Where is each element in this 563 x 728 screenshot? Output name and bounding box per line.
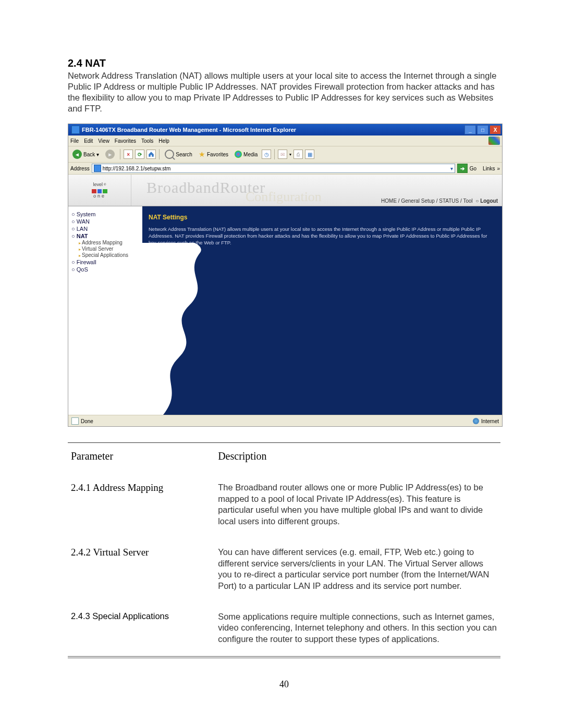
home-icon [148,151,154,157]
panel-heading: NAT Settings [149,214,496,221]
wave-decoration [142,243,226,415]
search-icon [165,150,174,159]
col-description: Description [216,447,499,465]
mail-button[interactable]: ✉ [278,150,287,159]
search-label: Search [176,152,192,157]
window-title: FBR-1406TX Broadband Router Web Manageme… [82,127,463,133]
panel-body-text: Network Address Translation (NAT) allows… [149,226,496,246]
media-button[interactable]: Media [232,150,260,159]
address-input[interactable]: http://192.168.2.1/setupw.stm ▾ [92,164,455,173]
toolbar-separator [159,149,160,159]
window-titlebar: FBR-1406TX Broadband Router Web Manageme… [68,124,502,135]
back-arrow-icon: ◄ [72,150,82,159]
done-icon [71,417,79,425]
menu-view[interactable]: View [98,138,109,144]
media-icon [235,151,242,158]
ie-window: FBR-1406TX Broadband Router Web Manageme… [68,124,503,427]
sidebar-item-wan[interactable]: ○ WAN [71,218,139,225]
nav-tool[interactable]: Tool [463,198,472,204]
menu-tools[interactable]: Tools [141,138,153,144]
menu-help[interactable]: Help [158,138,169,144]
logo-bottom-text: one [93,193,106,199]
router-subtitle: Configuration [246,189,322,205]
brand-logo: level® one [68,175,131,206]
sidebar-sub-virtual-server[interactable]: ▸Virtual Server [71,246,139,252]
main-panel: NAT Settings Network Address Translation… [142,206,502,415]
sidebar-sub-special-apps[interactable]: ▸Special Applications [71,252,139,258]
links-label[interactable]: Links [483,166,495,171]
internet-zone-icon [473,418,479,424]
forward-arrow-icon: ► [105,150,115,159]
menu-edit[interactable]: Edit [84,138,93,144]
print-button[interactable]: ⎙ [293,150,303,159]
go-button[interactable]: ➔ [457,164,468,173]
status-bar: Done Internet [68,415,502,427]
nav-general-setup[interactable]: General Setup [401,198,435,204]
col-parameter: Parameter [69,447,215,465]
favorites-button[interactable]: ★ Favorites [197,149,230,159]
nav-status[interactable]: STATUS [439,198,459,204]
sidebar-item-firewall[interactable]: ○ Firewall [71,258,139,266]
section-intro: Network Address Translation (NAT) allows… [68,70,500,114]
sidebar-item-system[interactable]: ○ System [71,211,139,218]
section-heading: 2.4 NAT [68,57,500,69]
sidebar: ○ System ○ WAN ○ LAN ○ NAT ▸Address Mapp… [68,206,142,415]
edit-button[interactable]: ▦ [305,150,314,159]
row-param-virtual-server: 2.4.2 Virtual Server [69,544,215,595]
search-button[interactable]: Search [163,149,194,160]
row-desc-special-apps: Some applications require multiple conne… [216,608,499,648]
maximize-button[interactable]: □ [477,125,488,134]
menubar: File Edit View Favorites Tools Help [68,135,502,146]
page-icon [94,165,101,172]
toolbar-separator [120,149,120,159]
forward-button[interactable]: ► [103,149,117,160]
row-param-address-mapping: 2.4.1 Address Mapping [69,479,215,530]
go-label: Go [470,166,476,171]
close-button[interactable]: X [489,125,501,134]
back-label: Back [83,152,95,157]
toolbar: ◄ Back ▾ ► × ⟳ Search ★ Favorites [68,146,502,163]
table-top-rule [68,442,500,443]
windows-flag-icon [488,137,500,145]
chevron-right-icon: » [497,166,500,171]
media-label: Media [243,152,258,157]
history-button[interactable]: ◷ [262,150,271,159]
minimize-button[interactable]: _ [464,125,476,134]
logo-top-text: level [93,182,103,187]
status-done: Done [81,418,93,424]
sidebar-item-lan[interactable]: ○ LAN [71,225,139,232]
table-bottom-rule [68,656,500,658]
favorites-label: Favorites [207,152,228,157]
row-desc-virtual-server: You can have different services (e.g. em… [216,544,499,595]
address-label: Address [70,166,90,171]
chevron-down-icon: ▾ [96,152,99,157]
nav-home[interactable]: HOME [381,198,397,204]
router-body: ○ System ○ WAN ○ LAN ○ NAT ▸Address Mapp… [68,206,502,415]
status-zone: Internet [481,418,499,424]
menu-file[interactable]: File [70,138,79,144]
nav-logout[interactable]: Logout [480,198,498,204]
chevron-down-icon: ▾ [289,152,291,157]
back-button[interactable]: ◄ Back ▾ [70,149,101,160]
parameter-table: Parameter Description 2.4.1 Address Mapp… [68,446,500,649]
ie-icon [71,126,80,134]
refresh-button[interactable]: ⟳ [135,150,144,159]
home-button[interactable] [146,150,156,159]
menu-favorites[interactable]: Favorites [115,138,136,144]
sidebar-item-nat[interactable]: ○ NAT [71,232,139,240]
router-top-nav: HOME / General Setup / STATUS / Tool ○ L… [381,198,498,204]
stop-button[interactable]: × [124,150,133,159]
chevron-down-icon: ▾ [450,166,453,171]
address-url-text: http://192.168.2.1/setupw.stm [103,166,171,171]
router-header: level® one BroadbandRouter Configuration… [68,175,502,206]
sidebar-sub-address-mapping[interactable]: ▸Address Mapping [71,240,139,246]
toolbar-separator [274,149,275,159]
row-desc-address-mapping: The Broadband router allows one or more … [216,479,499,530]
star-icon: ★ [199,150,205,158]
row-param-special-apps: 2.4.3 Special Applications [69,608,215,648]
page-number: 40 [68,679,500,690]
sidebar-item-qos[interactable]: ○ QoS [71,266,139,273]
address-bar: Address http://192.168.2.1/setupw.stm ▾ … [68,163,502,175]
